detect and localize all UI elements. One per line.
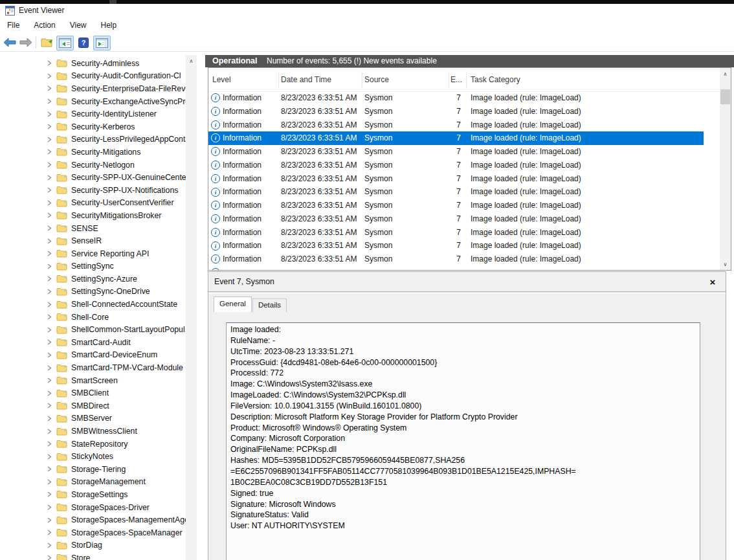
expand-chevron-icon[interactable] <box>47 98 52 104</box>
expand-chevron-icon[interactable] <box>47 517 52 523</box>
event-row[interactable]: iInformation8/23/2023 6:33:51 AMSysmon7I… <box>208 159 720 172</box>
expand-chevron-icon[interactable] <box>47 530 52 535</box>
expand-chevron-icon[interactable] <box>47 403 52 409</box>
expand-chevron-icon[interactable] <box>47 162 52 168</box>
expand-chevron-icon[interactable] <box>47 302 52 308</box>
event-row[interactable]: iInformation8/23/2023 6:33:51 AMSysmon7I… <box>208 252 720 266</box>
event-row[interactable]: iInformation8/23/2023 6:33:51 AMSysmon7I… <box>208 118 720 132</box>
scroll-up-icon[interactable]: ∧ <box>720 69 731 79</box>
tree-item-smartcard-deviceenum[interactable]: SmartCard-DeviceEnum <box>0 349 186 362</box>
tree-item-security-netlogon[interactable]: Security-Netlogon <box>0 159 186 172</box>
event-general-text[interactable]: Image loaded: RuleName: - UtcTime: 2023-… <box>226 322 700 560</box>
expand-chevron-icon[interactable] <box>47 212 52 218</box>
expand-chevron-icon[interactable] <box>47 491 52 497</box>
menu-file[interactable]: File <box>0 17 27 34</box>
expand-chevron-icon[interactable] <box>47 200 52 206</box>
expand-chevron-icon[interactable] <box>47 276 52 282</box>
expand-chevron-icon[interactable] <box>47 454 52 460</box>
event-row[interactable]: iInformation8/23/2023 6:33:51 AMSysmon7I… <box>208 185 720 199</box>
tree-item-smbwitnessclient[interactable]: SMBWitnessClient <box>0 425 186 438</box>
column-divider[interactable] <box>449 72 449 87</box>
event-row[interactable]: iInformation8/23/2023 6:33:51 AMSysmon7I… <box>208 91 720 105</box>
expand-chevron-icon[interactable] <box>47 327 52 333</box>
expand-chevron-icon[interactable] <box>47 238 52 244</box>
tree-item-storagespaces-managementage[interactable]: StorageSpaces-ManagementAge <box>0 513 186 526</box>
tree-item-senseir[interactable]: SenseIR <box>0 234 186 247</box>
scroll-up-icon[interactable]: ∧ <box>186 56 197 66</box>
menu-help[interactable]: Help <box>94 17 124 34</box>
expand-chevron-icon[interactable] <box>47 251 52 256</box>
expand-chevron-icon[interactable] <box>47 314 52 320</box>
column-header-task-category[interactable]: Task Category <box>471 68 520 91</box>
tree-item-shell-connectedaccountstate[interactable]: Shell-ConnectedAccountState <box>0 298 186 311</box>
event-row[interactable]: iInformation8/23/2023 6:33:51 AMSysmon7I… <box>208 145 720 159</box>
expand-chevron-icon[interactable] <box>47 137 52 142</box>
expand-chevron-icon[interactable] <box>47 429 52 434</box>
tab-details[interactable]: Details <box>252 298 287 312</box>
expand-chevron-icon[interactable] <box>47 352 52 358</box>
tree-item-storagespaces-driver[interactable]: StorageSpaces-Driver <box>0 501 186 514</box>
column-divider[interactable] <box>466 72 467 87</box>
expand-chevron-icon[interactable] <box>47 289 52 295</box>
expand-chevron-icon[interactable] <box>47 555 52 560</box>
expand-chevron-icon[interactable] <box>47 149 52 155</box>
expand-chevron-icon[interactable] <box>47 466 52 472</box>
tree-item-service-reporting-api[interactable]: Service Reporting API <box>0 247 186 260</box>
tree-item-smartscreen[interactable]: SmartScreen <box>0 374 186 387</box>
tree-item-settingsync[interactable]: SettingSync <box>0 260 186 273</box>
expand-chevron-icon[interactable] <box>47 73 52 79</box>
tree-item-smbdirect[interactable]: SMBDirect <box>0 399 186 412</box>
expand-chevron-icon[interactable] <box>47 111 52 117</box>
tree-item-settingsync-azure[interactable]: SettingSync-Azure <box>0 273 186 286</box>
expand-chevron-icon[interactable] <box>47 504 52 510</box>
event-row[interactable]: iInformation8/23/2023 6:33:51 AMSysmon7I… <box>208 239 720 252</box>
tree-item-storagemanagement[interactable]: StorageManagement <box>0 476 186 489</box>
expand-chevron-icon[interactable] <box>47 263 52 269</box>
event-row[interactable]: iInformation8/23/2023 6:33:51 AMSysmon7I… <box>208 199 720 212</box>
tree-item-security-lessprivilegedappconta[interactable]: Security-LessPrivilegedAppConta <box>0 133 186 146</box>
tree-item-smbserver[interactable]: SMBServer <box>0 412 186 425</box>
expand-chevron-icon[interactable] <box>47 175 52 181</box>
tree-item-security-adminless[interactable]: Security-Adminless <box>0 57 186 70</box>
column-header-e[interactable]: E... <box>450 68 462 91</box>
expand-chevron-icon[interactable] <box>47 339 52 345</box>
tree-item-security-enterprisedata-filerevo[interactable]: Security-EnterpriseData-FileRevo <box>0 82 186 95</box>
tree-item-securitymitigationsbroker[interactable]: SecurityMitigationsBroker <box>0 209 186 222</box>
tree-item-stickynotes[interactable]: StickyNotes <box>0 450 186 463</box>
event-row[interactable]: iInformation8/23/2023 6:33:51 AMSysmon7I… <box>208 105 720 118</box>
help-button[interactable]: ? <box>76 36 90 49</box>
tree-item-sense[interactable]: SENSE <box>0 222 186 235</box>
column-header-level[interactable]: Level <box>212 68 231 91</box>
column-divider[interactable] <box>362 72 362 87</box>
expand-chevron-icon[interactable] <box>47 543 52 548</box>
tree-item-storage-tiering[interactable]: Storage-Tiering <box>0 463 186 476</box>
expand-chevron-icon[interactable] <box>47 225 52 231</box>
list-scrollbar[interactable]: ∧ ∨ <box>720 68 731 270</box>
tree-item-smartcard-tpm-vcard-module[interactable]: SmartCard-TPM-VCard-Module <box>0 361 186 374</box>
tree-item-shell-core[interactable]: Shell-Core <box>0 311 186 324</box>
expand-chevron-icon[interactable] <box>47 479 52 485</box>
scroll-down-icon[interactable]: ∨ <box>720 259 731 269</box>
forward-button[interactable] <box>19 36 33 49</box>
column-header-date-and-time[interactable]: Date and Time <box>281 68 331 91</box>
tab-general[interactable]: General <box>214 297 252 312</box>
column-header-source[interactable]: Source <box>364 68 389 91</box>
expand-chevron-icon[interactable] <box>47 377 52 383</box>
event-row[interactable]: iInformation8/23/2023 6:33:51 AMSysmon7I… <box>208 212 720 226</box>
column-divider[interactable] <box>278 72 279 87</box>
expand-chevron-icon[interactable] <box>47 365 52 371</box>
menu-action[interactable]: Action <box>27 17 62 34</box>
scrollbar-thumb[interactable] <box>720 89 730 104</box>
tree-item-store[interactable]: Store <box>0 552 186 560</box>
tree-item-security-mitigations[interactable]: Security-Mitigations <box>0 146 186 159</box>
tree-item-storagesettings[interactable]: StorageSettings <box>0 488 186 501</box>
event-row[interactable]: iInformation8/23/2023 6:33:51 AMSysmon7I… <box>208 226 720 240</box>
back-button[interactable] <box>3 36 17 49</box>
expand-chevron-icon[interactable] <box>47 390 52 396</box>
tree-item-security-spp-ux-genuinecenter[interactable]: Security-SPP-UX-GenuineCenter <box>0 171 186 184</box>
tree-item-security-identitylistener[interactable]: Security-IdentityListener <box>0 107 186 120</box>
tree-scrollbar[interactable]: ∧ <box>186 55 197 560</box>
tree-item-stordiag[interactable]: StorDiag <box>0 539 186 552</box>
expand-chevron-icon[interactable] <box>47 416 52 421</box>
tree-item-settingsync-onedrive[interactable]: SettingSync-OneDrive <box>0 286 186 298</box>
